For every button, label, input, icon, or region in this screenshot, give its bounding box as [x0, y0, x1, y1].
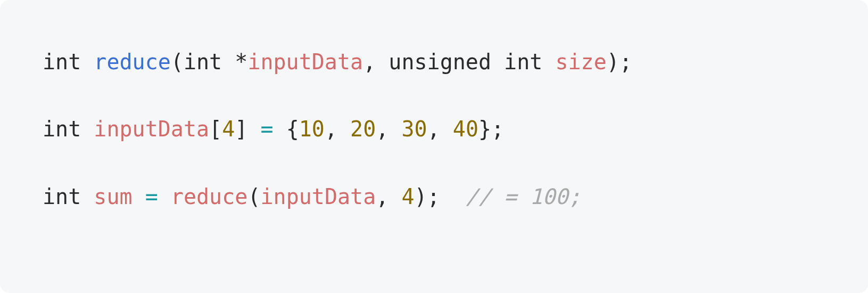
space: [542, 50, 555, 74]
semicolon: ;: [491, 117, 504, 141]
literal-20: 20: [350, 117, 376, 141]
comment: // = 100;: [466, 184, 581, 209]
paren-close: ): [415, 184, 427, 209]
literal-30: 30: [401, 117, 427, 141]
space: [133, 184, 145, 209]
semicolon: ;: [619, 50, 632, 74]
brace-open: {: [286, 117, 299, 141]
brace-close: }: [478, 117, 491, 141]
space: [491, 50, 504, 74]
code-line-1: int reduce(int *inputData, unsigned int …: [43, 45, 825, 79]
space: [247, 117, 260, 141]
code-line-blank: [43, 79, 825, 112]
keyword-unsigned: unsigned: [388, 50, 491, 74]
space: [81, 184, 94, 209]
var-inputdata: inputData: [94, 117, 209, 141]
semicolon: ;: [427, 184, 440, 209]
var-sum: sum: [94, 184, 132, 209]
arg-inputdata: inputData: [260, 184, 376, 209]
code-line-3: int inputData[4] = {10, 20, 30, 40};: [43, 112, 825, 146]
bracket-close: ]: [235, 117, 247, 141]
comma: ,: [376, 184, 388, 209]
code-line-5: int sum = reduce(inputData, 4); // = 100…: [43, 180, 825, 214]
param-inputdata: inputData: [247, 50, 363, 74]
comma: ,: [363, 50, 376, 74]
literal-40: 40: [453, 117, 478, 141]
keyword-int: int: [504, 50, 542, 74]
code-block: int reduce(int *inputData, unsigned int …: [0, 0, 868, 293]
literal-10: 10: [299, 117, 325, 141]
paren-close: ): [607, 50, 619, 74]
space: [337, 117, 350, 141]
param-size: size: [555, 50, 606, 74]
arg-4: 4: [401, 184, 414, 209]
space: [440, 184, 466, 209]
bracket-open: [: [209, 117, 222, 141]
space: [440, 117, 453, 141]
space: [388, 184, 401, 209]
space: [274, 117, 286, 141]
space: [376, 50, 388, 74]
keyword-int: int: [184, 50, 222, 74]
keyword-int: int: [43, 117, 81, 141]
code-line-blank: [43, 146, 825, 180]
function-name: reduce: [94, 50, 171, 74]
comma: ,: [325, 117, 337, 141]
pointer-star: *: [235, 50, 247, 74]
space: [222, 50, 235, 74]
comma: ,: [427, 117, 440, 141]
equals-op: =: [145, 184, 158, 209]
array-size: 4: [222, 117, 235, 141]
comma: ,: [376, 117, 388, 141]
keyword-int: int: [43, 50, 81, 74]
equals-op: =: [260, 117, 273, 141]
paren-open: (: [171, 50, 184, 74]
space: [81, 117, 94, 141]
keyword-int: int: [43, 184, 81, 209]
space: [158, 184, 171, 209]
space: [81, 50, 94, 74]
space: [388, 117, 401, 141]
call-reduce: reduce: [171, 184, 248, 209]
paren-open: (: [247, 184, 260, 209]
